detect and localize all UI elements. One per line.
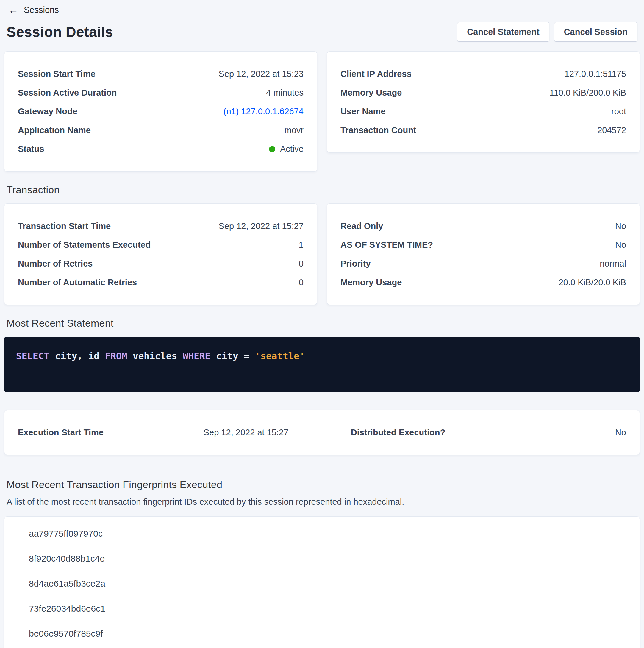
status-badge: Active — [269, 145, 303, 153]
sql-string-literal: 'seattle' — [255, 350, 305, 361]
session-start-time-label: Session Start Time — [18, 69, 96, 78]
transaction-memory-usage-value: 20.0 KiB/20.0 KiB — [559, 278, 626, 287]
automatic-retries-label: Number of Automatic Retries — [18, 278, 137, 287]
row-transaction-start-time: Transaction Start Time Sep 12, 2022 at 1… — [18, 222, 303, 230]
status-label: Status — [18, 145, 44, 153]
session-memory-usage-label: Memory Usage — [341, 88, 402, 97]
sql-keyword-where: WHERE — [183, 350, 216, 361]
cancel-statement-button[interactable]: Cancel Statement — [457, 22, 549, 42]
row-as-of-system-time: AS OF SYSTEM TIME? No — [341, 240, 626, 249]
session-start-time-value: Sep 12, 2022 at 15:23 — [219, 69, 303, 78]
row-read-only: Read Only No — [341, 222, 626, 230]
row-automatic-retries: Number of Automatic Retries 0 — [18, 278, 303, 287]
row-statements-executed: Number of Statements Executed 1 — [18, 240, 303, 249]
row-session-memory-usage: Memory Usage 110.0 KiB/200.0 KiB — [341, 88, 626, 97]
sql-keyword-from: FROM — [105, 350, 133, 361]
row-priority: Priority normal — [341, 259, 626, 268]
row-application-name: Application Name movr — [18, 126, 303, 134]
read-only-value: No — [615, 222, 626, 230]
sql-table: vehicles — [133, 350, 183, 361]
fingerprint-item: 8f920c40d88b1c4e — [29, 554, 626, 563]
session-details-page: ← Sessions Session Details Cancel Statem… — [0, 0, 644, 648]
row-session-active-duration: Session Active Duration 4 minutes — [18, 88, 303, 97]
read-only-label: Read Only — [341, 222, 383, 230]
transaction-section-heading: Transaction — [4, 184, 640, 196]
row-transaction-count: Transaction Count 204572 — [341, 126, 626, 134]
row-client-ip: Client IP Address 127.0.0.1:51175 — [341, 69, 626, 78]
execution-card: Execution Start Time Sep 12, 2022 at 15:… — [4, 410, 640, 455]
sql-columns: city, id — [55, 350, 105, 361]
fingerprint-item: 8d4ae61a5fb3ce2a — [29, 579, 626, 588]
sql-keyword-select: SELECT — [16, 350, 55, 361]
row-gateway-node: Gateway Node (n1) 127.0.0.1:62674 — [18, 107, 303, 116]
status-active-dot-icon — [269, 146, 275, 152]
row-session-start-time: Session Start Time Sep 12, 2022 at 15:23 — [18, 69, 303, 78]
fingerprint-item: aa79775ff097970c — [29, 529, 626, 538]
priority-label: Priority — [341, 259, 371, 268]
gateway-node-label: Gateway Node — [18, 107, 77, 116]
transaction-card-right: Read Only No AS OF SYSTEM TIME? No Prior… — [327, 203, 640, 305]
fingerprints-section-heading: Most Recent Transaction Fingerprints Exe… — [4, 479, 640, 490]
transaction-card-left: Transaction Start Time Sep 12, 2022 at 1… — [4, 203, 317, 305]
execution-start-time-label: Execution Start Time — [18, 428, 170, 437]
fingerprint-item: be06e9570f785c9f — [29, 629, 626, 638]
fingerprints-description: A list of the most recent transaction fi… — [4, 497, 640, 507]
row-status: Status Active — [18, 145, 303, 153]
breadcrumb-back-to-sessions[interactable]: ← Sessions — [4, 2, 63, 18]
row-number-of-retries: Number of Retries 0 — [18, 259, 303, 268]
distributed-execution-label: Distributed Execution? — [322, 428, 474, 437]
user-name-value: root — [611, 107, 626, 116]
transaction-start-time-value: Sep 12, 2022 at 15:27 — [219, 222, 303, 230]
statements-executed-value: 1 — [299, 240, 303, 249]
as-of-system-time-value: No — [615, 240, 626, 249]
client-ip-label: Client IP Address — [341, 69, 412, 78]
automatic-retries-value: 0 — [299, 278, 303, 287]
distributed-execution-value: No — [474, 428, 626, 437]
session-active-duration-value: 4 minutes — [266, 88, 303, 97]
statement-section-heading: Most Recent Statement — [4, 317, 640, 329]
priority-value: normal — [600, 259, 626, 268]
number-of-retries-value: 0 — [299, 259, 303, 268]
breadcrumb-label: Sessions — [24, 5, 59, 15]
sql-column: city — [216, 350, 244, 361]
action-buttons: Cancel Statement Cancel Session — [457, 22, 637, 42]
sql-statement-box: SELECT city, id FROM vehicles WHERE city… — [4, 337, 640, 392]
transaction-grid: Transaction Start Time Sep 12, 2022 at 1… — [4, 203, 640, 305]
sql-operator: = — [244, 350, 255, 361]
execution-start-time-value: Sep 12, 2022 at 15:27 — [170, 428, 322, 437]
as-of-system-time-label: AS OF SYSTEM TIME? — [341, 240, 433, 249]
fingerprint-item: 73fe26034bd6e6c1 — [29, 604, 626, 613]
application-name-label: Application Name — [18, 126, 91, 134]
user-name-label: User Name — [341, 107, 386, 116]
client-ip-value: 127.0.0.1:51175 — [565, 69, 627, 78]
back-arrow-icon: ← — [8, 5, 18, 15]
session-active-duration-label: Session Active Duration — [18, 88, 117, 97]
application-name-value: movr — [285, 126, 303, 134]
title-row: Session Details Cancel Statement Cancel … — [4, 22, 640, 42]
session-summary-card-right: Client IP Address 127.0.0.1:51175 Memory… — [327, 51, 640, 153]
cancel-session-button[interactable]: Cancel Session — [554, 22, 637, 42]
transaction-memory-usage-label: Memory Usage — [341, 278, 402, 287]
statements-executed-label: Number of Statements Executed — [18, 240, 151, 249]
row-transaction-memory-usage: Memory Usage 20.0 KiB/20.0 KiB — [341, 278, 626, 287]
transaction-start-time-label: Transaction Start Time — [18, 222, 111, 230]
session-summary-grid: Session Start Time Sep 12, 2022 at 15:23… — [4, 51, 640, 171]
transaction-count-label: Transaction Count — [341, 126, 416, 134]
row-user-name: User Name root — [341, 107, 626, 116]
transaction-count-value: 204572 — [597, 126, 626, 134]
status-value: Active — [280, 145, 303, 153]
sql-statement-text: SELECT city, id FROM vehicles WHERE city… — [16, 350, 628, 361]
number-of-retries-label: Number of Retries — [18, 259, 93, 268]
page-title: Session Details — [7, 24, 113, 40]
session-memory-usage-value: 110.0 KiB/200.0 KiB — [550, 88, 626, 97]
fingerprints-card: aa79775ff097970c 8f920c40d88b1c4e 8d4ae6… — [4, 517, 640, 648]
session-summary-card-left: Session Start Time Sep 12, 2022 at 15:23… — [4, 51, 317, 171]
gateway-node-link[interactable]: (n1) 127.0.0.1:62674 — [224, 107, 303, 116]
